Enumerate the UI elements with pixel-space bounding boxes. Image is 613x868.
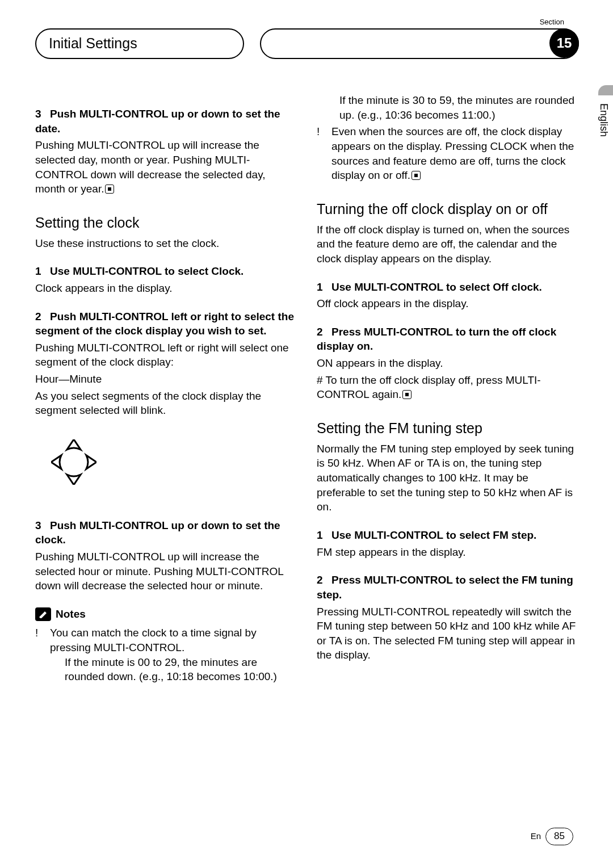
pencil-icon bbox=[35, 607, 51, 621]
page-footer: En 85 bbox=[531, 828, 573, 845]
note-item: ! You can match the clock to a time sign… bbox=[35, 626, 297, 655]
notes-header: Notes bbox=[35, 607, 297, 622]
note-sub: If the minute is 30 to 59, the minutes a… bbox=[339, 93, 579, 122]
heading-fm-step: Setting the FM tuning step bbox=[317, 419, 579, 438]
step-fm-2: 2Press MULTI-CONTROL to select the FM tu… bbox=[317, 573, 579, 602]
step-body: Hour—Minute bbox=[35, 372, 297, 387]
step-body: Pushing MULTI-CONTROL left or right will… bbox=[35, 341, 297, 370]
section-label: Section bbox=[538, 17, 566, 27]
end-icon bbox=[412, 171, 421, 180]
clock-intro: Use these instructions to set the clock. bbox=[35, 236, 297, 251]
step-title: Use MULTI-CONTROL to select Clock. bbox=[50, 265, 243, 277]
body-text: Pushing MULTI-CONTROL up will increase t… bbox=[35, 139, 266, 195]
step-fm-1: 1Use MULTI-CONTROL to select FM step. bbox=[317, 528, 579, 543]
page-title: Initial Settings bbox=[35, 28, 244, 59]
bullet-mark: ! bbox=[317, 124, 331, 183]
step-off-1: 1Use MULTI-CONTROL to select Off clock. bbox=[317, 280, 579, 295]
heading-setting-clock: Setting the clock bbox=[35, 213, 297, 233]
step-title: Use MULTI-CONTROL to select FM step. bbox=[331, 529, 536, 541]
step-num: 3 bbox=[35, 518, 50, 533]
body-text: Even when the sources are off, the clock… bbox=[331, 125, 574, 181]
section-pill: Section 15 bbox=[260, 28, 579, 59]
right-column: If the minute is 30 to 59, the minutes a… bbox=[317, 93, 579, 686]
step-body: Pressing MULTI-CONTROL repeatedly will s… bbox=[317, 605, 579, 663]
bullet-mark: ! bbox=[35, 626, 50, 655]
step-body: Pushing MULTI-CONTROL up will increase t… bbox=[35, 138, 297, 196]
step-title: Press MULTI-CONTROL to turn the off cloc… bbox=[317, 326, 556, 353]
step-title: Press MULTI-CONTROL to select the FM tun… bbox=[317, 574, 573, 601]
heading-off-clock: Turning the off clock display on or off bbox=[317, 200, 579, 219]
note-item: ! Even when the sources are off, the clo… bbox=[317, 124, 579, 183]
step-body: Clock appears in the display. bbox=[35, 281, 297, 296]
fm-intro: Normally the FM tuning step employed by … bbox=[317, 442, 579, 514]
end-icon bbox=[402, 390, 412, 399]
note-body: Even when the sources are off, the clock… bbox=[331, 124, 579, 183]
step-num: 1 bbox=[317, 528, 331, 543]
step-body: # To turn the off clock display off, pre… bbox=[317, 373, 579, 402]
step-num: 2 bbox=[35, 309, 50, 324]
step-body: FM step appears in the display. bbox=[317, 545, 579, 560]
step-body: ON appears in the display. bbox=[317, 356, 579, 371]
step-body: Pushing MULTI-CONTROL up will increase t… bbox=[35, 550, 297, 593]
step-clock-2: 2Push MULTI-CONTROL left or right to sel… bbox=[35, 309, 297, 338]
language-tab: English bbox=[595, 95, 613, 140]
step-num: 3 bbox=[35, 107, 50, 121]
step-num: 1 bbox=[317, 280, 331, 295]
step-num: 2 bbox=[317, 325, 331, 339]
step-date-3: 3Push MULTI-CONTROL up or down to set th… bbox=[35, 107, 297, 136]
step-title: Push MULTI-CONTROL left or right to sele… bbox=[35, 311, 294, 337]
note-sub: If the minute is 00 to 29, the minutes a… bbox=[65, 655, 297, 684]
page-number: 85 bbox=[545, 828, 573, 845]
step-num: 2 bbox=[317, 573, 331, 588]
step-title: Push MULTI-CONTROL up or down to set the… bbox=[35, 108, 280, 135]
body-text: # To turn the off clock display off, pre… bbox=[317, 374, 541, 401]
step-title: Push MULTI-CONTROL up or down to set the… bbox=[35, 519, 280, 546]
end-icon bbox=[105, 184, 114, 194]
step-off-2: 2Press MULTI-CONTROL to turn the off clo… bbox=[317, 325, 579, 354]
left-column: 3Push MULTI-CONTROL up or down to set th… bbox=[35, 93, 297, 686]
notes-label: Notes bbox=[56, 607, 86, 622]
step-body: Off clock appears in the display. bbox=[317, 296, 579, 311]
page-header: Initial Settings Section 15 bbox=[35, 28, 579, 59]
footer-lang: En bbox=[531, 831, 541, 842]
step-clock-1: 1Use MULTI-CONTROL to select Clock. bbox=[35, 264, 297, 279]
note-body: You can match the clock to a time signal… bbox=[50, 626, 297, 655]
step-body: As you select segments of the clock disp… bbox=[35, 389, 297, 418]
step-clock-3: 3Push MULTI-CONTROL up or down to set th… bbox=[35, 518, 297, 547]
step-num: 1 bbox=[35, 264, 50, 279]
off-intro: If the off clock display is turned on, w… bbox=[317, 223, 579, 266]
step-title: Use MULTI-CONTROL to select Off clock. bbox=[331, 281, 542, 293]
section-number: 15 bbox=[549, 28, 579, 58]
dpad-arrows-icon bbox=[51, 439, 96, 485]
